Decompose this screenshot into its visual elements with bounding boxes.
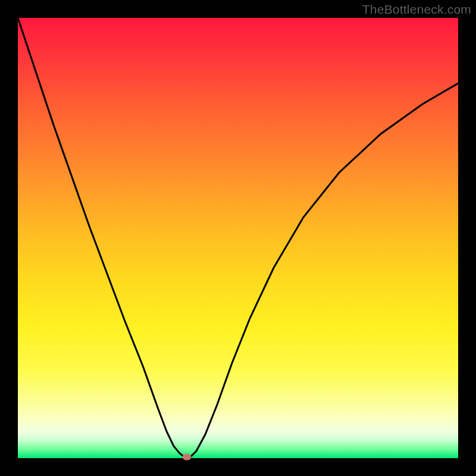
chart-frame: TheBottleneck.com [0,0,476,476]
minimum-marker [183,454,192,461]
curve-svg [18,18,458,458]
plot-area [18,18,458,458]
watermark-text: TheBottleneck.com [362,2,471,17]
bottleneck-curve-path [18,18,458,457]
